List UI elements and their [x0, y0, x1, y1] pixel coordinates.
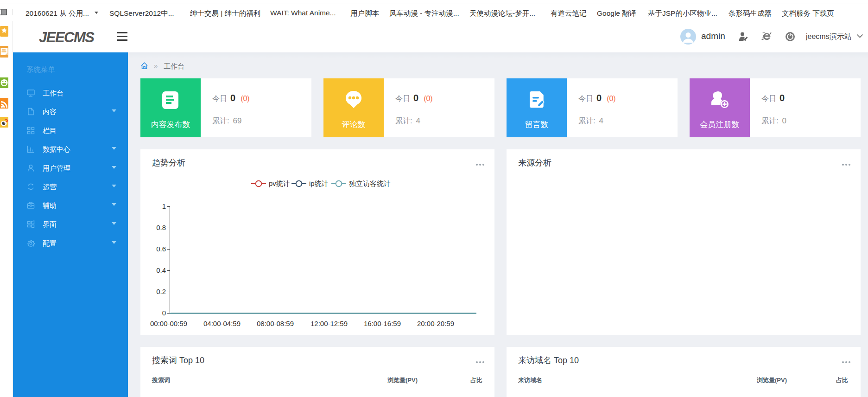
svg-text:00:00-00:59: 00:00-00:59 — [150, 320, 187, 327]
svg-text:0: 0 — [162, 309, 166, 317]
svg-text:独立访客统计: 独立访客统计 — [349, 179, 391, 187]
svg-text:1: 1 — [162, 202, 166, 210]
svg-text:04:00-04:59: 04:00-04:59 — [203, 320, 241, 327]
svg-text:20:00-20:59: 20:00-20:59 — [417, 320, 454, 327]
svg-text:08:00-08:59: 08:00-08:59 — [257, 320, 294, 327]
svg-text:0.6: 0.6 — [156, 245, 166, 253]
svg-text:pv统计: pv统计 — [269, 179, 290, 187]
svg-text:0.4: 0.4 — [156, 266, 166, 274]
svg-text:0.2: 0.2 — [156, 288, 166, 295]
svg-text:12:00-12:59: 12:00-12:59 — [310, 320, 348, 327]
svg-text:16:00-16:59: 16:00-16:59 — [364, 320, 401, 327]
svg-text:ip统计: ip统计 — [309, 179, 329, 187]
svg-text:0.8: 0.8 — [156, 224, 166, 231]
